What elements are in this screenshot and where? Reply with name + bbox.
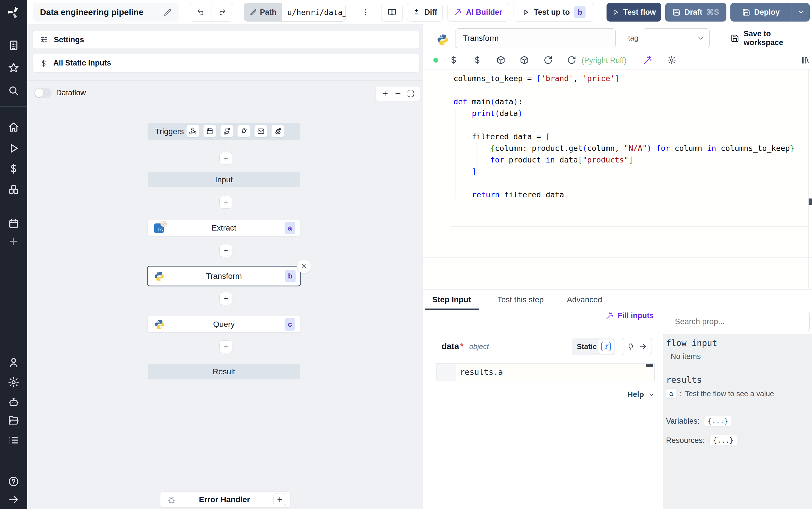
extract-step-node[interactable]: TS Extract a — [148, 220, 300, 236]
add-plus-icon[interactable] — [8, 236, 19, 247]
tag-select[interactable] — [643, 28, 710, 48]
remove-step-close-icon[interactable] — [297, 259, 311, 273]
scheduled-poll-trigger-button[interactable] — [271, 125, 284, 137]
help-dropdown[interactable]: Help — [437, 390, 655, 399]
draft-shortcut: ⌘S — [706, 8, 719, 17]
test-flow-button[interactable]: Test flow — [606, 3, 661, 22]
query-step-node[interactable]: Query c — [148, 316, 300, 333]
dataflow-toggle[interactable] — [34, 88, 51, 98]
diff-button[interactable]: Diff — [407, 3, 443, 22]
status-dot-icon — [433, 58, 438, 63]
zoom-out-icon[interactable] — [394, 90, 402, 97]
add-step-button[interactable] — [219, 340, 232, 353]
package-box-icon[interactable] — [496, 56, 505, 65]
audit-list-icon[interactable] — [8, 434, 19, 446]
code-scrollbar-thumb[interactable] — [809, 199, 812, 205]
add-error-handler-button[interactable] — [273, 493, 286, 506]
webhook-trigger-button[interactable] — [186, 125, 199, 137]
all-static-inputs-button[interactable]: All Static Inputs — [33, 54, 419, 72]
save-to-workspace-button[interactable]: Save to workspace — [731, 30, 812, 46]
ai-wand-icon[interactable] — [643, 56, 653, 65]
all-static-inputs-label: All Static Inputs — [53, 59, 111, 67]
library-columns-icon[interactable] — [800, 56, 809, 65]
help-icon[interactable] — [8, 476, 19, 487]
workers-robot-icon[interactable] — [8, 397, 19, 408]
results-section[interactable]: results — [666, 375, 702, 385]
schedules-calendar-icon[interactable] — [8, 218, 19, 229]
editor-settings-gear-icon[interactable] — [667, 56, 676, 65]
resources-cubes-icon[interactable] — [8, 184, 19, 195]
step-name-input[interactable] — [455, 28, 616, 48]
resources-label: Resources: — [666, 436, 705, 445]
deploy-dropdown-chevron-icon[interactable] — [791, 3, 810, 22]
plus-minus-icon — [413, 8, 420, 16]
transform-step-node[interactable]: Transform b — [147, 266, 301, 286]
fit-view-icon[interactable] — [407, 90, 414, 97]
variable-dollar-icon[interactable] — [449, 56, 458, 65]
save-icon — [742, 8, 750, 16]
flow-settings-button[interactable]: Settings — [33, 31, 419, 49]
error-handler-node[interactable]: Error Handler — [160, 491, 291, 508]
websocket-trigger-button[interactable] — [237, 125, 250, 137]
expression-editor[interactable]: results.a — [437, 363, 655, 381]
variables-dollar-icon[interactable] — [8, 163, 19, 174]
undo-icon[interactable] — [190, 3, 212, 21]
variable-dollar-icon[interactable] — [473, 56, 482, 65]
add-step-button[interactable] — [219, 196, 232, 209]
topbar: Data engineering pipeline Path u/henri/d… — [27, 0, 812, 24]
tab-test-this-step[interactable]: Test this step — [497, 290, 544, 310]
fill-inputs-button[interactable]: Fill inputs — [606, 311, 654, 320]
path-chip[interactable]: Path u/henri/data_ — [244, 3, 346, 22]
search-icon[interactable] — [8, 85, 19, 96]
result-node[interactable]: Result — [148, 364, 300, 379]
result-entry[interactable]: a : Test the flow to see a value — [666, 388, 774, 399]
more-menu-kebab-icon[interactable] — [361, 3, 371, 22]
favorites-star-icon[interactable] — [8, 62, 19, 73]
workspace-icon[interactable] — [8, 40, 19, 51]
code-scrollbar-track — [808, 69, 809, 289]
reload-icon[interactable] — [567, 56, 576, 65]
search-prop-input[interactable] — [668, 312, 810, 331]
folders-icon[interactable] — [8, 415, 19, 427]
edit-title-pencil-icon[interactable] — [163, 8, 172, 16]
add-step-button[interactable] — [219, 152, 232, 165]
test-up-to-button[interactable]: Test up to b — [514, 3, 594, 22]
redo-icon[interactable] — [212, 3, 233, 21]
add-step-button[interactable] — [219, 244, 232, 257]
path-label: Path — [260, 8, 276, 17]
plug-icon[interactable] — [627, 343, 635, 350]
input-node[interactable]: Input — [148, 172, 300, 187]
static-mode-label: Static — [577, 342, 597, 351]
step-tabs-bar: Step Input Test this step Advanced — [423, 289, 812, 310]
windmill-logo-icon[interactable] — [7, 6, 20, 19]
lint-status-label: (Pyright Ruff) — [582, 56, 627, 65]
function-f-icon: f — [601, 342, 611, 351]
reload-icon[interactable] — [544, 56, 553, 65]
zoom-in-icon[interactable] — [381, 90, 389, 97]
variables-row[interactable]: Variables: {...} — [666, 416, 732, 427]
tab-step-input[interactable]: Step Input — [432, 290, 471, 310]
tab-advanced[interactable]: Advanced — [567, 290, 602, 310]
docs-book-button[interactable] — [381, 3, 403, 22]
add-step-button[interactable] — [219, 292, 232, 305]
email-trigger-button[interactable] — [255, 125, 267, 137]
code-editor[interactable]: columns_to_keep = ['brand', 'price']def … — [423, 69, 812, 289]
javascript-expr-mode-button[interactable]: f — [598, 339, 614, 353]
home-icon[interactable] — [8, 122, 19, 133]
user-icon[interactable] — [8, 357, 19, 368]
ai-builder-button[interactable]: AI Builder — [447, 3, 509, 22]
chevron-down-icon — [697, 35, 704, 42]
flow-input-section[interactable]: flow_input — [666, 338, 717, 348]
deploy-button[interactable]: Deploy — [730, 3, 810, 22]
route-trigger-button[interactable] — [221, 125, 233, 137]
resources-row[interactable]: Resources: {...} — [666, 435, 737, 446]
edit-path-pencil-icon — [250, 8, 257, 16]
flow-settings-label: Settings — [54, 35, 84, 44]
expand-arrow-icon[interactable] — [8, 494, 19, 505]
package-box-icon[interactable] — [520, 56, 529, 65]
runs-play-icon[interactable] — [8, 143, 19, 154]
draft-button[interactable]: Draft ⌘S — [665, 3, 727, 22]
settings-gear-icon[interactable] — [8, 377, 19, 388]
schedule-trigger-button[interactable] — [204, 125, 216, 137]
arrow-right-icon[interactable] — [639, 343, 647, 350]
